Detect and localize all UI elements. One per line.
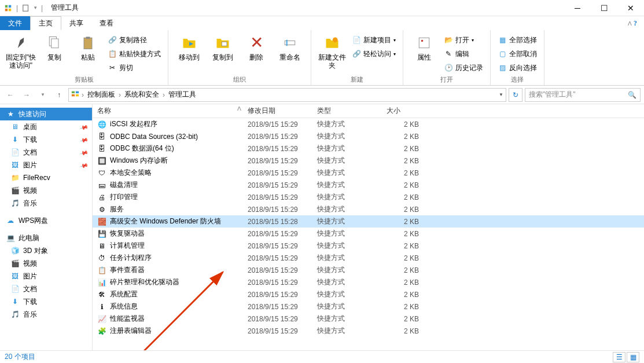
file-row[interactable]: ⏱任务计划程序 2018/9/15 15:29 快捷方式 2 KB xyxy=(93,252,644,264)
sidebar-music2[interactable]: 🎵音乐 xyxy=(0,308,92,321)
ribbon-collapse-icon[interactable]: ᐱ xyxy=(628,20,632,27)
maximize-button[interactable]: ☐ xyxy=(591,0,617,16)
invert-select-button[interactable]: ▨反向选择 xyxy=(495,61,539,74)
file-row[interactable]: 🛠系统配置 2018/9/15 15:29 快捷方式 2 KB xyxy=(93,288,644,300)
file-name: 系统配置 xyxy=(110,289,138,299)
file-date: 2018/9/15 15:29 xyxy=(243,133,312,141)
sidebar-videos[interactable]: 🎬视频 xyxy=(0,184,92,197)
ribbon-group-open: 打开 xyxy=(408,74,485,84)
close-button[interactable]: ✕ xyxy=(617,0,644,16)
file-list[interactable]: 名称 ᐱ 修改日期 类型 大小 🌐iSCSI 发起程序 2018/9/15 15… xyxy=(93,104,644,350)
tab-home[interactable]: 主页 xyxy=(30,16,61,30)
file-row[interactable]: 🖥计算机管理 2018/9/15 15:29 快捷方式 2 KB xyxy=(93,240,644,252)
address-bar[interactable]: › 控制面板 › 系统和安全 › 管理工具 ▼ xyxy=(68,88,506,102)
nav-back-button[interactable]: ← xyxy=(3,88,17,102)
file-row[interactable]: ⚙服务 2018/9/15 15:29 快捷方式 2 KB xyxy=(93,203,644,215)
easy-access-button[interactable]: 🔗轻松访问 ▾ xyxy=(349,47,398,60)
open-button[interactable]: 📂打开 ▾ xyxy=(441,34,485,46)
copy-to-button[interactable]: 复制到 xyxy=(207,32,239,61)
file-row[interactable]: 📋事件查看器 2018/9/15 15:29 快捷方式 2 KB xyxy=(93,264,644,276)
svg-rect-7 xyxy=(84,38,92,49)
svg-rect-13 xyxy=(419,38,429,48)
file-row[interactable]: 🧩注册表编辑器 2018/9/15 15:29 快捷方式 2 KB xyxy=(93,325,644,337)
breadcrumb-2[interactable]: 管理工具 xyxy=(167,90,197,100)
delete-button[interactable]: ✕ 删除 xyxy=(240,32,273,61)
file-icon: 🗄 xyxy=(97,132,106,141)
select-all-button[interactable]: ▦全部选择 xyxy=(495,34,539,46)
breadcrumb-0[interactable]: 控制面板 xyxy=(86,90,116,100)
file-date: 2018/9/15 15:29 xyxy=(243,157,312,165)
copy-path-button[interactable]: 🔗复制路径 xyxy=(105,34,163,46)
nav-recent-dropdown[interactable]: ▼ xyxy=(36,88,50,102)
address-dropdown[interactable]: ▼ xyxy=(499,92,503,97)
file-name: 事件查看器 xyxy=(110,265,145,275)
sidebar-downloads2[interactable]: ⬇下载 xyxy=(0,295,92,308)
svg-point-12 xyxy=(333,37,338,42)
nav-forward-button[interactable]: → xyxy=(20,88,34,102)
properties-button[interactable]: 属性 xyxy=(408,32,440,61)
column-type[interactable]: 类型 xyxy=(312,104,382,118)
qat-properties-icon[interactable] xyxy=(21,3,31,13)
pin-quickaccess-button[interactable]: 固定到"快速访问" xyxy=(5,32,37,70)
file-type: 快捷方式 xyxy=(312,156,382,166)
sidebar-desktop[interactable]: 🖥桌面📌 xyxy=(0,120,92,133)
refresh-button[interactable]: ↻ xyxy=(509,88,522,102)
file-icon: 📈 xyxy=(97,314,106,324)
file-row[interactable]: 🖨打印管理 2018/9/15 15:29 快捷方式 2 KB xyxy=(93,191,644,203)
sidebar-pictures2[interactable]: 🖼图片 xyxy=(0,270,92,283)
file-row[interactable]: 📈性能监视器 2018/9/15 15:29 快捷方式 2 KB xyxy=(93,313,644,325)
file-row[interactable]: ℹ系统信息 2018/9/15 15:29 快捷方式 2 KB xyxy=(93,300,644,313)
help-icon[interactable]: ? xyxy=(634,19,637,28)
file-row[interactable]: 📊碎片整理和优化驱动器 2018/9/15 15:29 快捷方式 2 KB xyxy=(93,276,644,288)
cut-button[interactable]: ✂剪切 xyxy=(105,61,163,74)
rename-button[interactable]: 重命名 xyxy=(274,32,306,61)
file-type: 快捷方式 xyxy=(312,192,382,202)
search-input[interactable]: 搜索"管理工具" 🔍 xyxy=(525,88,641,102)
sidebar-downloads[interactable]: ⬇下载📌 xyxy=(0,133,92,146)
file-row[interactable]: 🖴磁盘清理 2018/9/15 15:29 快捷方式 2 KB xyxy=(93,179,644,191)
view-details-button[interactable]: ☰ xyxy=(613,352,625,362)
file-row[interactable]: 🔲Windows 内存诊断 2018/9/15 15:29 快捷方式 2 KB xyxy=(93,155,644,167)
sidebar-wps[interactable]: ☁WPS网盘 xyxy=(0,214,92,227)
file-row[interactable]: 🗄ODBC 数据源(64 位) 2018/9/15 15:29 快捷方式 2 K… xyxy=(93,142,644,155)
minimize-button[interactable]: ─ xyxy=(564,0,591,16)
sidebar-documents[interactable]: 📄文档📌 xyxy=(0,146,92,159)
qat-dropdown[interactable]: ▼ xyxy=(33,5,38,10)
new-folder-button[interactable]: 新建文件夹 xyxy=(316,32,348,70)
sidebar-documents2[interactable]: 📄文档 xyxy=(0,283,92,295)
sidebar-quickaccess[interactable]: ★快速访问 xyxy=(0,108,92,120)
svg-rect-8 xyxy=(86,37,90,39)
tab-view[interactable]: 查看 xyxy=(91,16,122,30)
tab-share[interactable]: 共享 xyxy=(61,16,91,30)
sidebar-thispc[interactable]: 💻此电脑 xyxy=(0,232,92,244)
paste-button[interactable]: 粘贴 xyxy=(72,32,104,61)
edit-button[interactable]: ✎编辑 xyxy=(441,47,485,60)
file-row[interactable]: 🗄ODBC Data Sources (32-bit) 2018/9/15 15… xyxy=(93,130,644,142)
file-row[interactable]: 🌐iSCSI 发起程序 2018/9/15 15:29 快捷方式 2 KB xyxy=(93,118,644,130)
sidebar-3dobjects[interactable]: 🧊3D 对象 xyxy=(0,244,92,257)
tab-file[interactable]: 文件 xyxy=(0,16,30,30)
nav-up-button[interactable]: ↑ xyxy=(52,88,66,102)
sidebar-videos2[interactable]: 🎬视频 xyxy=(0,257,92,270)
column-date[interactable]: 修改日期 xyxy=(243,104,312,118)
paste-shortcut-button[interactable]: 📋粘贴快捷方式 xyxy=(105,47,163,60)
select-none-button[interactable]: ▢全部取消 xyxy=(495,47,539,60)
new-item-button[interactable]: 📄新建项目 ▾ xyxy=(349,34,398,46)
sidebar-music[interactable]: 🎵音乐 xyxy=(0,197,92,210)
file-row[interactable]: 🛡本地安全策略 2018/9/15 15:29 快捷方式 2 KB xyxy=(93,167,644,179)
file-size: 2 KB xyxy=(382,133,428,141)
file-row[interactable]: 💾恢复驱动器 2018/9/15 15:29 快捷方式 2 KB xyxy=(93,228,644,240)
file-row[interactable]: 🧱高级安全 Windows Defender 防火墙 2018/9/15 15:… xyxy=(93,215,644,228)
view-icons-button[interactable]: ▦ xyxy=(627,352,639,362)
history-button[interactable]: 🕑历史记录 xyxy=(441,61,485,74)
sidebar-pictures[interactable]: 🖼图片📌 xyxy=(0,159,92,171)
column-size[interactable]: 大小 xyxy=(382,104,428,118)
sidebar-filerecv[interactable]: 📁FileRecv xyxy=(0,171,92,184)
column-name[interactable]: 名称 xyxy=(93,104,243,118)
file-type: 快捷方式 xyxy=(312,326,382,336)
file-name: 本地安全策略 xyxy=(110,168,152,178)
copy-button[interactable]: 复制 xyxy=(38,32,71,61)
move-to-button[interactable]: 移动到 xyxy=(173,32,205,61)
breadcrumb-1[interactable]: 系统和安全 xyxy=(123,90,160,100)
file-name: 系统信息 xyxy=(110,302,138,311)
